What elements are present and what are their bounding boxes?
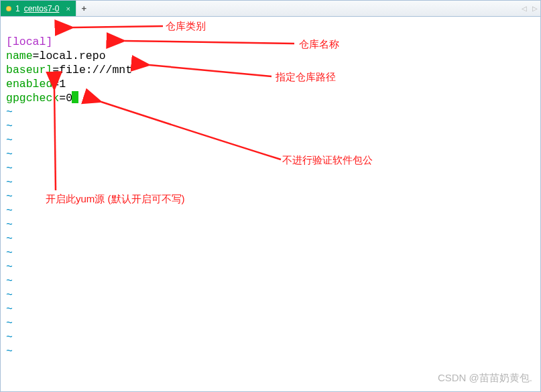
tab-nav-right-icon[interactable]: ▷: [532, 5, 538, 12]
annotation-repo-name: 仓库名称: [299, 38, 339, 51]
annotation-baseurl: 指定仓库路径: [276, 71, 336, 84]
tab-bar: 1 centos7-0 × + ◁ ▷: [1, 1, 540, 17]
key-name: name: [6, 50, 33, 62]
svg-line-2: [149, 65, 272, 76]
section-name: local: [13, 36, 46, 48]
tab-centos7-0[interactable]: 1 centos7-0 ×: [1, 1, 76, 16]
new-tab-button[interactable]: +: [76, 1, 92, 16]
editor-content[interactable]: [local] name=local.repo baseurl=file:///…: [6, 21, 132, 358]
watermark: CSDN @苗苗奶黄包.: [438, 372, 532, 385]
tab-index: 1: [15, 4, 20, 13]
key-gpgcheck: gpgcheck: [6, 92, 59, 105]
session-status-icon: [6, 6, 11, 11]
val-baseurl: file:///mnt: [59, 64, 132, 76]
key-baseurl: baseurl: [6, 64, 52, 76]
eq: =: [59, 92, 66, 105]
bracket-open: [: [6, 36, 13, 48]
svg-line-1: [125, 41, 294, 44]
tab-title: centos7-0: [24, 4, 60, 13]
annotation-repo-category: 仓库类别: [166, 20, 206, 33]
eq: =: [52, 64, 59, 76]
bracket-close: ]: [46, 36, 52, 48]
annotation-gpgcheck: 不进行验证软件包公: [282, 154, 373, 167]
cursor: [72, 91, 78, 103]
close-icon[interactable]: ×: [66, 5, 70, 13]
key-enabled: enabled: [6, 78, 52, 90]
tab-nav-arrows: ◁ ▷: [522, 1, 538, 16]
eq: =: [33, 50, 40, 62]
val-name: local.repo: [40, 50, 106, 62]
val-enabled: 1: [59, 78, 66, 90]
annotation-enabled: 开启此yum源 (默认开启可不写): [46, 193, 185, 206]
eq: =: [52, 78, 59, 90]
tilde-lines: ~ ~ ~ ~ ~ ~ ~ ~ ~ ~ ~ ~ ~ ~ ~ ~ ~ ~: [6, 105, 132, 358]
tab-nav-left-icon[interactable]: ◁: [522, 5, 527, 12]
